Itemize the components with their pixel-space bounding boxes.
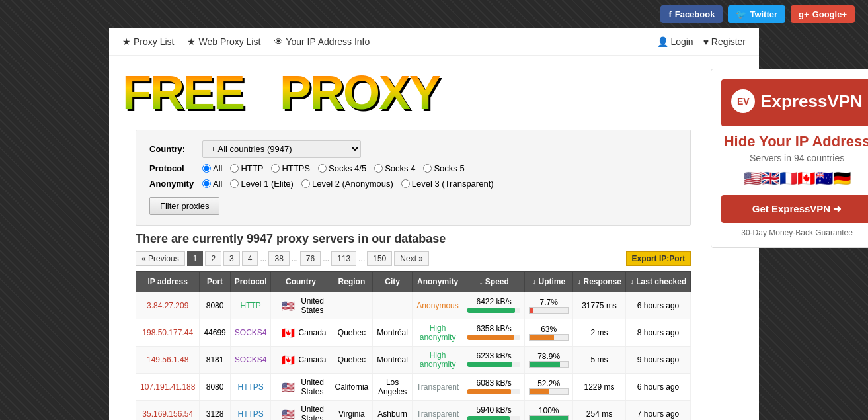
protocol-socks4[interactable]: Socks 4 (374, 163, 415, 173)
country-name: United States (298, 405, 326, 420)
vpn-tagline: Hide Your IP Address (721, 133, 868, 150)
main-container: ★ Proxy List ★ Web Proxy List 👁 Your IP … (109, 28, 759, 420)
col-port: Port (200, 272, 230, 292)
uptime-value: 52.2% (537, 379, 560, 388)
protocol-all[interactable]: All (202, 163, 222, 173)
anonymity-control: All Level 1 (Elite) Level 2 (Anonymous) … (202, 179, 677, 189)
twitter-button[interactable]: 🐦 Twitter (728, 5, 785, 23)
stats-text: There are currently 9947 proxy servers i… (136, 232, 691, 246)
cell-country: 🇺🇸 United States (271, 374, 331, 401)
next-page-button[interactable]: Next » (394, 251, 429, 266)
country-control: + All countries (9947) (202, 140, 677, 158)
star-icon-2: ★ (187, 36, 196, 47)
vpn-ad: EV ExpressVPN Hide Your IP Address Serve… (711, 69, 868, 248)
page-2-button[interactable]: 2 (205, 251, 221, 266)
cell-port: 44699 (200, 319, 230, 347)
speed-bar (467, 389, 511, 394)
ip-link[interactable]: 35.169.156.54 (142, 409, 193, 419)
cell-speed: 5940 kB/s (463, 401, 525, 421)
cell-uptime: 100% (525, 401, 573, 421)
proxy-list-link[interactable]: ★ Proxy List (122, 36, 174, 47)
uptime-container: 100% (529, 406, 569, 420)
page-38-button[interactable]: 38 (268, 251, 289, 266)
col-protocol: Protocol (230, 272, 271, 292)
cell-last-checked: 9 hours ago (625, 347, 690, 374)
page-150-button[interactable]: 150 (367, 251, 392, 266)
uptime-bar-outer (529, 307, 569, 314)
ip-link[interactable]: 149.56.1.48 (147, 355, 188, 364)
cell-ip: 149.56.1.48 (136, 347, 200, 374)
country-name: Canada (298, 355, 326, 364)
pagination: « Previous 1 2 3 4 ... 38 ... 76 ... 113… (136, 251, 691, 266)
ip-address-link[interactable]: 👁 Your IP Address Info (274, 36, 370, 47)
export-button[interactable]: Export IP:Port (626, 251, 691, 266)
register-link[interactable]: ♥ Register (703, 36, 746, 47)
cell-last-checked: 8 hours ago (625, 319, 690, 347)
anon-all[interactable]: All (202, 179, 222, 189)
uptime-container: 52.2% (529, 379, 569, 395)
protocol-https[interactable]: HTTPS (271, 163, 310, 173)
page-4-button[interactable]: 4 (242, 251, 258, 266)
table-header-row: IP address Port Protocol Country Region … (136, 272, 691, 292)
nav-right: 👤 Login ♥ Register (657, 36, 746, 47)
vpn-get-button[interactable]: Get ExpressVPN ➜ (721, 195, 868, 223)
cell-country: 🇨🇦 Canada (271, 319, 331, 347)
uptime-bar-inner (530, 389, 549, 394)
speed-value: 5940 kB/s (467, 405, 520, 415)
ip-link[interactable]: 198.50.177.44 (142, 328, 193, 337)
ip-link[interactable]: 107.191.41.188 (140, 382, 195, 392)
cell-country: 🇺🇸 United States (271, 292, 331, 319)
speed-bar-container (467, 416, 520, 420)
cell-anonymity: Anonymous (412, 292, 463, 319)
col-country: Country (271, 272, 331, 292)
page-113-button[interactable]: 113 (331, 251, 356, 266)
filter-form: Country: + All countries (9947) Protocol… (136, 130, 691, 226)
cell-protocol: HTTPS (230, 401, 271, 421)
page-76-button[interactable]: 76 (300, 251, 321, 266)
speed-bar (467, 335, 514, 340)
anon-level3[interactable]: Level 3 (Transparent) (401, 179, 494, 189)
col-response[interactable]: ↓ Response (573, 272, 626, 292)
speed-bar (467, 308, 515, 313)
uptime-bar-outer (529, 415, 569, 420)
anon-level1[interactable]: Level 1 (Elite) (230, 179, 293, 189)
uptime-bar-inner (530, 308, 533, 313)
cell-protocol: HTTPS (230, 374, 271, 401)
table-row: 149.56.1.48 8181 SOCKS4 🇨🇦 Canada Quebec… (136, 347, 691, 374)
anonymity-label: Anonymity (149, 179, 202, 189)
proxy-table: IP address Port Protocol Country Region … (136, 271, 691, 420)
nav-bar: ★ Proxy List ★ Web Proxy List 👁 Your IP … (109, 28, 759, 56)
protocol-socks5[interactable]: Socks 5 (423, 163, 464, 173)
vpn-name: ExpressVPN (760, 91, 863, 112)
uptime-value: 7.7% (540, 298, 558, 307)
google-button[interactable]: g+ Google+ (791, 5, 855, 23)
user-icon: 👤 (657, 36, 668, 47)
col-speed[interactable]: ↓ Speed (463, 272, 525, 292)
country-label: Country: (149, 144, 202, 154)
logo-container: FREE PROXY (122, 62, 704, 123)
login-link[interactable]: 👤 Login (657, 36, 693, 47)
cell-anonymity: Transparent (412, 401, 463, 421)
web-proxy-list-link[interactable]: ★ Web Proxy List (187, 36, 260, 47)
filter-proxies-button[interactable]: Filter proxies (149, 197, 219, 215)
uptime-container: 63% (529, 325, 569, 341)
speed-bar-container (467, 335, 520, 340)
eye-icon: 👁 (274, 36, 283, 47)
page-1-button[interactable]: 1 (187, 251, 204, 266)
facebook-button[interactable]: f Facebook (660, 5, 723, 23)
star-icon: ★ (122, 36, 131, 47)
protocol-http[interactable]: HTTP (230, 163, 263, 173)
cell-city: Montréal (373, 319, 413, 347)
speed-value: 6358 kB/s (467, 324, 520, 333)
page-3-button[interactable]: 3 (223, 251, 240, 266)
col-uptime[interactable]: ↓ Uptime (525, 272, 573, 292)
social-bar: f Facebook 🐦 Twitter g+ Google+ (0, 0, 868, 28)
ip-link[interactable]: 3.84.27.209 (147, 301, 188, 310)
protocol-socks45[interactable]: Socks 4/5 (318, 163, 366, 173)
anon-level2[interactable]: Level 2 (Anonymous) (301, 179, 393, 189)
prev-page-button[interactable]: « Previous (136, 251, 185, 266)
ellipsis-4: ... (358, 254, 365, 263)
cell-protocol: SOCKS4 (230, 347, 271, 374)
col-last-checked[interactable]: ↓ Last checked (625, 272, 690, 292)
country-select[interactable]: + All countries (9947) (202, 140, 361, 158)
